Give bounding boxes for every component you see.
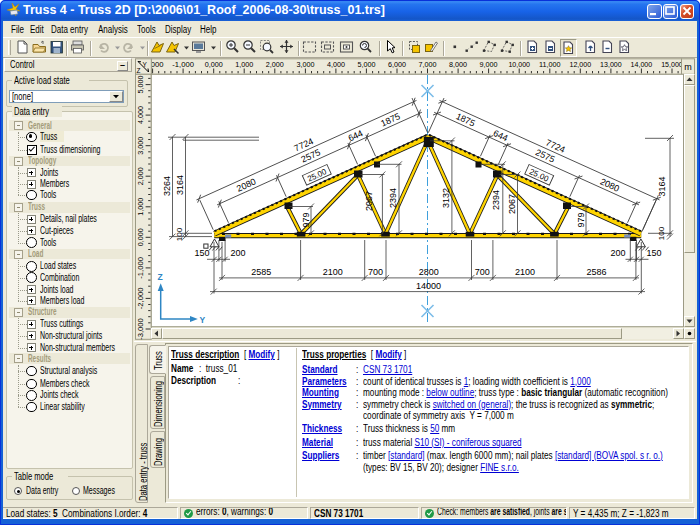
svg-text:8,000: 8,000 (449, 60, 467, 69)
svg-text:2067: 2067 (507, 194, 517, 214)
svg-text:2067: 2067 (364, 191, 374, 211)
svg-text:5,000: 5,000 (136, 75, 145, 93)
svg-text:3,000: 3,000 (136, 136, 145, 154)
svg-text:10,000: 10,000 (508, 60, 530, 69)
svg-text:1,000: 1,000 (235, 60, 253, 69)
svg-text:4,000: 4,000 (327, 60, 345, 69)
svg-text:3164: 3164 (657, 176, 667, 196)
svg-text:2394: 2394 (388, 188, 398, 208)
svg-text:2585: 2585 (251, 267, 271, 277)
svg-text:0,000: 0,000 (205, 60, 223, 69)
svg-text:-1,000: -1,000 (172, 60, 194, 69)
svg-text:15,000: 15,000 (661, 60, 683, 69)
svg-text:-2,000: -2,000 (136, 287, 145, 309)
svg-text:3264: 3264 (162, 176, 172, 196)
svg-text:4,000: 4,000 (136, 106, 145, 124)
svg-text:Y: Y (200, 315, 206, 325)
svg-text:14000: 14000 (416, 281, 441, 291)
svg-text:100: 100 (657, 226, 666, 240)
svg-text:5,000: 5,000 (357, 60, 375, 69)
svg-text:2,000: 2,000 (266, 60, 284, 69)
svg-text:700: 700 (475, 267, 490, 277)
svg-text:1,000: 1,000 (136, 197, 145, 215)
svg-text:0,000: 0,000 (136, 228, 145, 246)
svg-text:12,000: 12,000 (570, 60, 592, 69)
svg-text:979: 979 (576, 212, 586, 227)
svg-text:2,000: 2,000 (136, 167, 145, 185)
svg-text:m: m (684, 62, 692, 72)
svg-text:Y: Y (143, 61, 148, 68)
svg-text:-3,000: -3,000 (136, 318, 145, 340)
svg-text:2100: 2100 (323, 267, 343, 277)
svg-text:Z: Z (158, 272, 163, 282)
svg-text:3,000: 3,000 (296, 60, 314, 69)
svg-text:200: 200 (231, 248, 246, 258)
svg-text:979: 979 (301, 212, 311, 227)
svg-text:-1,000: -1,000 (136, 257, 145, 279)
svg-text:3132: 3132 (441, 188, 451, 208)
svg-text:2586: 2586 (586, 267, 606, 277)
svg-text:6,000: 6,000 (388, 60, 406, 69)
svg-text:700: 700 (368, 267, 383, 277)
svg-text:3164: 3164 (175, 175, 185, 195)
svg-text:9,000: 9,000 (480, 60, 498, 69)
svg-text:2394: 2394 (491, 190, 501, 210)
svg-text:13,000: 13,000 (600, 60, 622, 69)
svg-text:Z: Z (137, 67, 141, 74)
svg-text:100: 100 (175, 227, 184, 241)
svg-text:2100: 2100 (515, 267, 535, 277)
svg-text:200: 200 (610, 248, 625, 258)
svg-text:2800: 2800 (419, 267, 439, 277)
svg-text:150: 150 (194, 248, 209, 258)
svg-text:7,000: 7,000 (419, 60, 437, 69)
svg-text:11,000: 11,000 (539, 60, 561, 69)
svg-text:14,000: 14,000 (631, 60, 653, 69)
svg-text:150: 150 (647, 248, 662, 258)
